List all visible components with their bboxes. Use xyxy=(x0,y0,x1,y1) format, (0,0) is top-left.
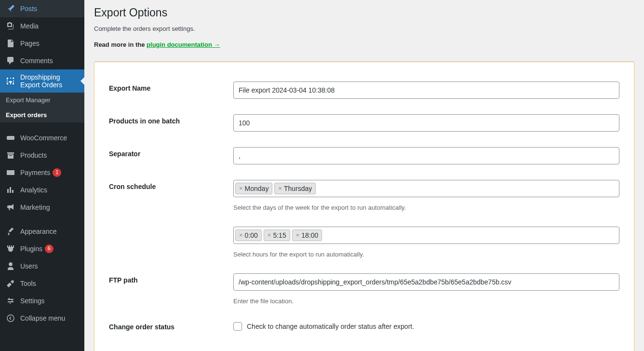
remove-tag-icon[interactable]: × xyxy=(239,185,243,192)
row-change-status: Change order status Check to change auto… xyxy=(109,320,619,331)
tag-label: Monday xyxy=(245,185,269,192)
row-cron-hours: ×0:00 ×5:15 ×18:00 Select hours for the … xyxy=(109,227,619,258)
tag-label: 0:00 xyxy=(245,231,258,239)
admin-sidebar: Posts Media Pages Comments Dropshipping … xyxy=(0,0,84,351)
helper-cron-days: Select the days of the week for the expo… xyxy=(233,204,619,211)
media-icon xyxy=(6,21,15,31)
helper-cron-hours: Select hours for the export to run autom… xyxy=(233,251,619,258)
sidebar-item-woocommerce[interactable]: WooCommerce xyxy=(0,129,84,147)
sidebar-divider xyxy=(0,216,84,223)
sidebar-item-label: Media xyxy=(20,22,39,30)
sidebar-item-comments[interactable]: Comments xyxy=(0,52,84,69)
sidebar-item-users[interactable]: Users xyxy=(0,257,84,275)
label-change-status: Change order status xyxy=(109,320,233,331)
plugin-icon xyxy=(6,244,15,254)
settings-icon xyxy=(6,296,15,306)
sidebar-item-analytics[interactable]: Analytics xyxy=(0,181,84,199)
brush-icon xyxy=(6,227,15,236)
page-subtitle: Complete the orders export settings. xyxy=(94,25,634,32)
tag-hour: ×5:15 xyxy=(264,230,290,241)
badge: 6 xyxy=(45,244,54,253)
sidebar-item-marketing[interactable]: Marketing xyxy=(0,199,84,216)
sidebar-item-label: Analytics xyxy=(20,186,47,194)
svg-rect-0 xyxy=(7,136,14,140)
sidebar-item-label: Tools xyxy=(20,280,36,287)
label-ftp: FTP path xyxy=(109,273,233,284)
sidebar-item-label: Pages xyxy=(20,40,40,47)
cron-hours-input[interactable]: ×0:00 ×5:15 ×18:00 xyxy=(233,227,619,244)
sidebar-item-label: Posts xyxy=(20,5,37,13)
label-separator: Separator xyxy=(109,147,233,158)
sidebar-sub-export-orders[interactable]: Export orders xyxy=(0,108,84,122)
row-separator: Separator xyxy=(109,147,619,164)
badge: 1 xyxy=(53,168,61,177)
sidebar-item-tools[interactable]: Tools xyxy=(0,275,84,292)
row-cron-days: Cron schedule ×Monday ×Thursday Select t… xyxy=(109,180,619,211)
input-separator[interactable] xyxy=(233,147,619,164)
remove-tag-icon[interactable]: × xyxy=(239,231,243,239)
input-export-name[interactable] xyxy=(233,81,619,99)
remove-tag-icon[interactable]: × xyxy=(278,185,282,192)
wrench-icon xyxy=(6,279,15,288)
woo-icon xyxy=(6,133,15,143)
svg-point-1 xyxy=(7,315,14,322)
remove-tag-icon[interactable]: × xyxy=(268,231,271,239)
checkbox-label: Check to change automatically order stat… xyxy=(247,323,414,330)
cron-days-input[interactable]: ×Monday ×Thursday xyxy=(233,180,619,197)
sidebar-item-settings[interactable]: Settings xyxy=(0,292,84,310)
sidebar-item-pages[interactable]: Pages xyxy=(0,35,84,52)
sidebar-item-products[interactable]: Products xyxy=(0,147,84,164)
row-ftp: FTP path Enter the file location. xyxy=(109,273,619,305)
sidebar-item-label: WooCommerce xyxy=(20,134,67,142)
label-batch: Products in one batch xyxy=(109,114,233,125)
page-icon xyxy=(6,39,15,48)
page-header: Export Options Complete the orders expor… xyxy=(94,0,634,53)
sidebar-item-label: Payments xyxy=(20,169,50,176)
sidebar-item-label: Collapse menu xyxy=(20,314,65,322)
tag-label: 18:00 xyxy=(301,231,318,239)
page-docs: Read more in the plugin documentation → xyxy=(94,41,634,48)
main-content: Export Options Complete the orders expor… xyxy=(84,0,644,351)
tag-day: ×Monday xyxy=(235,183,272,194)
sidebar-item-collapse[interactable]: Collapse menu xyxy=(0,310,84,327)
payment-icon xyxy=(6,168,15,177)
page-title: Export Options xyxy=(94,6,634,20)
sidebar-item-label: Marketing xyxy=(20,203,50,211)
settings-panel: Export Name Products in one batch Separa… xyxy=(94,62,634,351)
user-icon xyxy=(6,261,15,271)
label-empty xyxy=(109,227,233,230)
pin-icon xyxy=(6,4,15,14)
sidebar-item-posts[interactable]: Posts xyxy=(0,0,84,17)
archive-icon xyxy=(6,150,15,160)
collapse-icon xyxy=(6,313,15,323)
label-export-name: Export Name xyxy=(109,81,233,92)
sidebar-item-appearance[interactable]: Appearance xyxy=(0,223,84,240)
comment-icon xyxy=(6,56,15,66)
remove-tag-icon[interactable]: × xyxy=(296,231,300,239)
sidebar-divider xyxy=(0,122,84,129)
sidebar-item-dropshipping[interactable]: Dropshipping Export Orders xyxy=(0,69,84,93)
sidebar-sub-export-manager[interactable]: Export Manager xyxy=(0,93,84,108)
sidebar-item-label: Plugins xyxy=(20,245,42,253)
input-ftp[interactable] xyxy=(233,273,619,291)
checkbox-change-status[interactable] xyxy=(233,322,242,331)
label-cron: Cron schedule xyxy=(109,180,233,190)
sidebar-item-label: Dropshipping Export Orders xyxy=(20,73,79,89)
sidebar-item-payments[interactable]: Payments 1 xyxy=(0,164,84,181)
sidebar-item-label: Comments xyxy=(20,57,53,65)
tag-label: 5:15 xyxy=(273,231,286,239)
docs-link[interactable]: plugin documentation → xyxy=(147,41,220,48)
export-icon xyxy=(6,76,15,86)
row-batch: Products in one batch xyxy=(109,114,619,132)
sidebar-item-plugins[interactable]: Plugins 6 xyxy=(0,240,84,257)
tag-label: Thursday xyxy=(284,185,312,192)
sidebar-item-media[interactable]: Media xyxy=(0,17,84,35)
tag-hour: ×0:00 xyxy=(235,230,262,241)
sidebar-item-label: Appearance xyxy=(20,228,57,235)
sidebar-item-label: Settings xyxy=(20,297,45,305)
tag-hour: ×18:00 xyxy=(292,230,322,241)
sidebar-item-label: Users xyxy=(20,262,38,270)
sidebar-item-label: Products xyxy=(20,151,47,159)
input-batch[interactable] xyxy=(233,114,619,132)
docs-prefix: Read more in the xyxy=(94,41,147,48)
